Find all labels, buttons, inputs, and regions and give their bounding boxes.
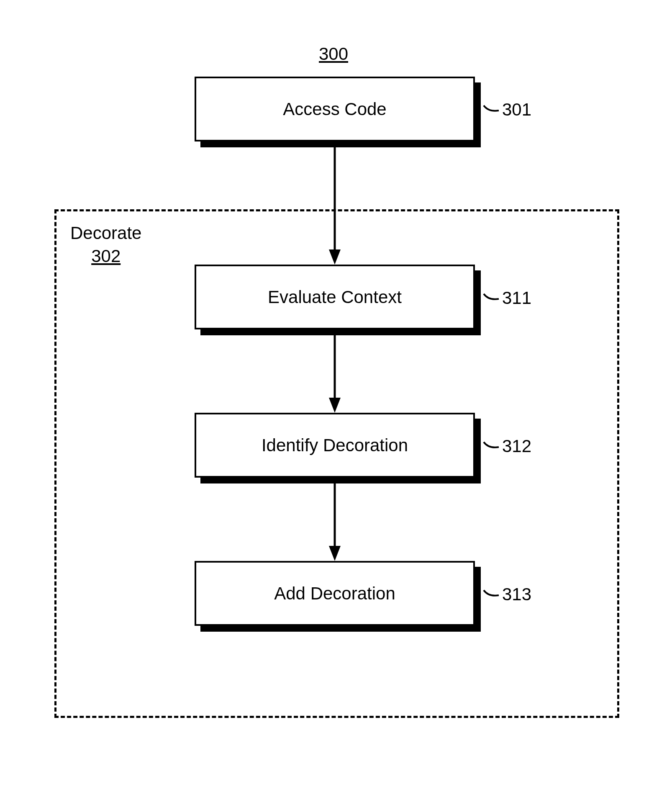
svg-marker-3 (329, 398, 341, 413)
box-label: Evaluate Context (268, 287, 402, 307)
diagram-title: 300 (319, 44, 348, 64)
box-label: Identify Decoration (262, 435, 408, 455)
svg-marker-5 (329, 546, 341, 561)
group-label: Decorate 302 (70, 222, 141, 267)
leader-313 (483, 589, 500, 601)
arrow-3 (329, 483, 341, 563)
box-add-decoration: Add Decoration (195, 561, 475, 626)
ref-313: 313 (502, 584, 531, 604)
box-label: Add Decoration (274, 584, 395, 604)
leader-311 (483, 293, 500, 305)
group-label-text: Decorate (70, 223, 141, 243)
group-label-ref: 302 (70, 245, 141, 268)
ref-301: 301 (502, 100, 531, 120)
ref-311: 311 (502, 288, 531, 308)
arrow-2 (329, 335, 341, 414)
leader-301 (483, 105, 500, 116)
box-label: Access Code (283, 99, 386, 119)
leader-312 (483, 441, 500, 453)
ref-312: 312 (502, 436, 531, 456)
box-evaluate-context: Evaluate Context (195, 265, 475, 329)
box-access-code: Access Code (195, 77, 475, 141)
box-identify-decoration: Identify Decoration (195, 413, 475, 478)
flowchart-canvas: 300 Access Code 301 Decorate 302 Evaluat… (0, 0, 672, 792)
